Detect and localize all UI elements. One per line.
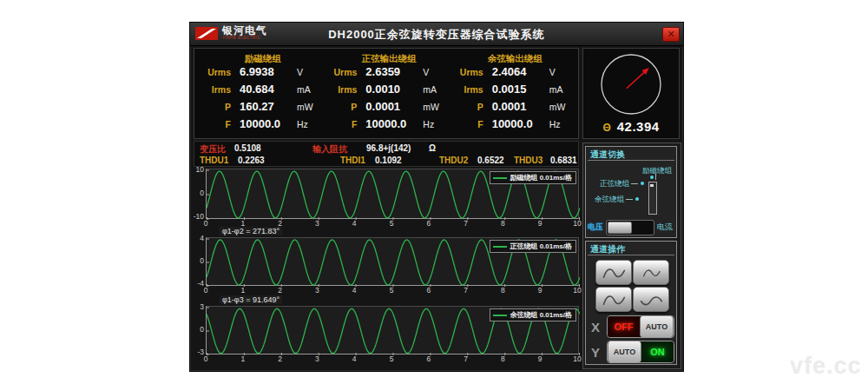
ratio-value: 0.5108 bbox=[234, 143, 261, 153]
irms-value: 0.0010 bbox=[365, 83, 423, 96]
x-tick-label: 9 bbox=[538, 286, 542, 295]
waveform-rocker-button-1[interactable] bbox=[595, 260, 632, 285]
f-label: F bbox=[452, 119, 483, 129]
column-header: 励磁绕组 bbox=[200, 51, 326, 65]
plot3-yaxis-labels: 30-3 bbox=[194, 306, 205, 353]
connector-line bbox=[655, 174, 656, 180]
x-auto-button[interactable]: AUTO bbox=[640, 316, 674, 337]
y-on-button[interactable]: ON bbox=[641, 341, 674, 362]
x-tick-label: 6 bbox=[426, 219, 431, 228]
sine-wave-icon bbox=[640, 266, 662, 280]
x-tick-label: 4 bbox=[352, 355, 357, 363]
connector-line bbox=[626, 199, 633, 200]
cosine-winding-label: 余弦绕组 bbox=[595, 195, 624, 205]
cosine-channel-dot bbox=[635, 197, 639, 201]
irms-label: Irms bbox=[200, 84, 231, 95]
ratio-label: 变压比 bbox=[200, 143, 226, 156]
phase13-annotation: φ1-φ3 = 91.649° bbox=[220, 295, 282, 304]
x-tick-label: 10 bbox=[573, 355, 581, 363]
x-tick-label: 1 bbox=[240, 286, 245, 295]
urms-value: 2.6359 bbox=[365, 65, 423, 78]
cosine-waveform-plot: 余弦绕组 0.01ms/格 bbox=[206, 306, 579, 355]
channel-operation-title: 通道操作 bbox=[590, 243, 625, 255]
p-label: P bbox=[326, 102, 357, 112]
toggle-handle[interactable] bbox=[608, 222, 632, 234]
x-tick-label: 3 bbox=[315, 219, 319, 228]
x-channel-row: X OFF AUTO bbox=[591, 315, 674, 338]
window-title: DH2000正余弦旋转变压器综合试验系统 bbox=[190, 27, 683, 43]
connector-line bbox=[631, 183, 638, 184]
thdi1-value: 0.1092 bbox=[375, 156, 402, 165]
x-tick-label: 3 bbox=[315, 355, 319, 363]
channel-operation-panel: 通道操作 bbox=[585, 241, 677, 365]
urms-unit: V bbox=[423, 67, 429, 77]
derived-values-panel: 变压比 0.5108 输入阻抗 96.8+j(142) Ω THDU1 0.22… bbox=[194, 141, 579, 167]
x-tick-label: 9 bbox=[538, 219, 542, 228]
f-unit: Hz bbox=[549, 119, 561, 129]
column-header: 余弦输出绕组 bbox=[452, 51, 578, 65]
x-tick-label: 5 bbox=[390, 219, 394, 228]
p-label: P bbox=[452, 102, 483, 112]
theta-symbol: Θ bbox=[602, 122, 610, 134]
sine-wave-icon bbox=[601, 292, 627, 308]
x-off-button[interactable]: OFF bbox=[608, 316, 640, 337]
plot1-legend: 励磁绕组 0.01ms/格 bbox=[490, 171, 576, 184]
f-unit: Hz bbox=[297, 119, 308, 129]
app-window: 银河电气 YINHE ELECTRIC DH2000正余弦旋转变压器综合试验系统… bbox=[189, 22, 684, 372]
thdu2-value: 0.6522 bbox=[477, 156, 504, 165]
column-header: 正弦输出绕组 bbox=[326, 51, 451, 65]
urms-value: 2.4064 bbox=[492, 65, 549, 78]
x-tick-label: 10 bbox=[573, 219, 581, 228]
f-value: 10000.0 bbox=[365, 117, 423, 130]
p-value: 0.0001 bbox=[492, 100, 549, 113]
cosine-output-winding-column: 余弦输出绕组 Urms2.4064V Irms0.0015mA P0.0001m… bbox=[452, 51, 578, 138]
plot3-xaxis-labels: 012345678910 bbox=[206, 355, 577, 363]
slider-handle[interactable] bbox=[650, 184, 654, 187]
x-tick-label: 7 bbox=[464, 219, 468, 228]
channel-switch-title: 通道切换 bbox=[590, 149, 625, 161]
x-tick-label: 0 bbox=[204, 355, 208, 363]
p-unit: mW bbox=[297, 102, 313, 112]
f-label: F bbox=[326, 119, 357, 129]
legend-line-icon bbox=[493, 315, 507, 316]
x-tick-label: 1 bbox=[240, 355, 245, 363]
irms-value: 0.0015 bbox=[492, 83, 549, 96]
x-channel-toggle: OFF AUTO bbox=[607, 315, 674, 338]
waveform-rocker-button-2[interactable] bbox=[633, 260, 669, 285]
x-tick-label: 4 bbox=[352, 286, 357, 295]
waveform-rocker-button-4[interactable] bbox=[633, 287, 669, 312]
f-unit: Hz bbox=[423, 119, 434, 129]
channel-selector-slider[interactable] bbox=[648, 182, 657, 215]
x-tick-label: 0 bbox=[204, 286, 208, 295]
thdu3-label: THDU3 bbox=[514, 156, 542, 165]
p-unit: mW bbox=[423, 102, 439, 112]
legend-line-icon bbox=[493, 177, 507, 179]
current-label: 电流 bbox=[657, 222, 673, 233]
watermark: vfe.cc bbox=[790, 353, 862, 380]
title-bar: 银河电气 YINHE ELECTRIC DH2000正余弦旋转变压器综合试验系统… bbox=[190, 23, 683, 46]
x-tick-label: 4 bbox=[352, 219, 357, 228]
excitation-winding-label: 励磁绕组 bbox=[642, 166, 672, 176]
voltage-current-toggle[interactable] bbox=[606, 220, 654, 235]
y-auto-button[interactable]: AUTO bbox=[608, 341, 641, 362]
x-tick-label: 10 bbox=[573, 286, 581, 295]
irms-unit: mA bbox=[549, 84, 563, 95]
plot3-legend: 余弦绕组 0.01ms/格 bbox=[490, 308, 576, 321]
impedance-label: 输入阻抗 bbox=[312, 143, 347, 156]
irms-unit: mA bbox=[423, 84, 437, 95]
measurement-panel: 励磁绕组 Urms6.9938V Irms40.684mA P160.27mW … bbox=[194, 48, 579, 139]
excitation-channel-dot bbox=[650, 176, 654, 179]
close-button[interactable]: ✕ bbox=[662, 27, 680, 42]
x-tick-label: 9 bbox=[538, 355, 542, 363]
x-tick-label: 5 bbox=[390, 355, 394, 363]
excitation-winding-column: 励磁绕组 Urms6.9938V Irms40.684mA P160.27mW … bbox=[200, 51, 326, 138]
p-label: P bbox=[200, 102, 231, 112]
waveform-rocker-button-3[interactable] bbox=[595, 287, 632, 312]
f-value: 10000.0 bbox=[240, 117, 297, 130]
divider bbox=[588, 255, 674, 255]
rocker-row-1 bbox=[586, 260, 678, 285]
f-label: F bbox=[200, 119, 231, 129]
urms-unit: V bbox=[297, 67, 303, 77]
angle-readout: Θ42.394 bbox=[583, 119, 679, 135]
urms-unit: V bbox=[549, 67, 556, 77]
